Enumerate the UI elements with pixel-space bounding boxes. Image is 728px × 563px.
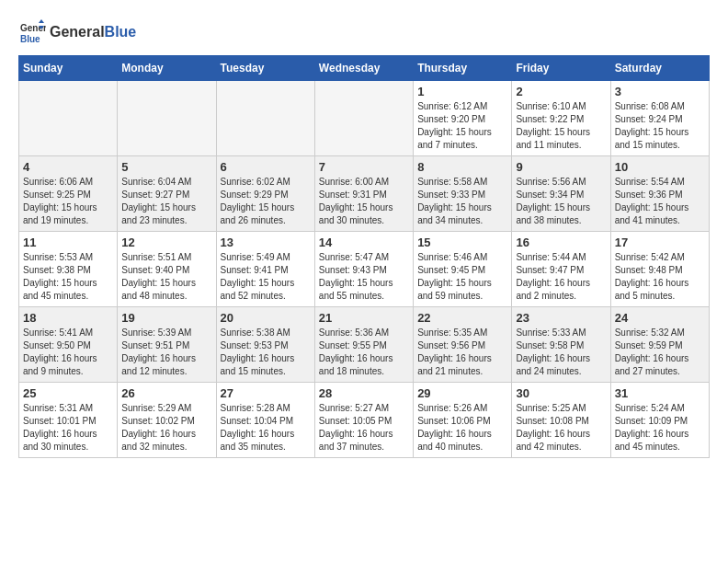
day-info: Sunrise: 6:12 AM Sunset: 9:20 PM Dayligh… xyxy=(417,100,507,152)
day-number: 11 xyxy=(23,236,113,249)
calendar-cell: 1Sunrise: 6:12 AM Sunset: 9:20 PM Daylig… xyxy=(414,81,512,156)
day-number: 27 xyxy=(221,386,311,400)
day-number: 10 xyxy=(615,160,705,174)
day-number: 5 xyxy=(121,160,211,174)
page-header: General Blue GeneralBlue xyxy=(18,18,710,46)
logo-blue: Blue xyxy=(105,24,137,40)
calendar-cell: 21Sunrise: 5:36 AM Sunset: 9:55 PM Dayli… xyxy=(314,307,413,383)
day-info: Sunrise: 6:06 AM Sunset: 9:25 PM Dayligh… xyxy=(23,176,113,227)
weekday-header-sunday: Sunday xyxy=(19,56,118,81)
day-number: 2 xyxy=(516,85,606,98)
calendar-cell xyxy=(216,81,314,156)
day-number: 3 xyxy=(615,85,705,98)
day-info: Sunrise: 6:10 AM Sunset: 9:22 PM Dayligh… xyxy=(516,100,606,152)
day-number: 25 xyxy=(23,386,113,400)
calendar-cell: 4Sunrise: 6:06 AM Sunset: 9:25 PM Daylig… xyxy=(19,156,118,232)
day-number: 24 xyxy=(615,311,705,325)
logo-icon: General Blue xyxy=(18,18,46,46)
calendar-cell: 3Sunrise: 6:08 AM Sunset: 9:24 PM Daylig… xyxy=(610,81,709,156)
day-info: Sunrise: 5:24 AM Sunset: 10:09 PM Daylig… xyxy=(615,402,705,454)
calendar-cell: 26Sunrise: 5:29 AM Sunset: 10:02 PM Dayl… xyxy=(118,383,216,458)
calendar-cell: 30Sunrise: 5:25 AM Sunset: 10:08 PM Dayl… xyxy=(512,383,610,458)
calendar-cell: 18Sunrise: 5:41 AM Sunset: 9:50 PM Dayli… xyxy=(19,307,118,383)
day-number: 31 xyxy=(615,386,705,400)
calendar-week-row: 11Sunrise: 5:53 AM Sunset: 9:38 PM Dayli… xyxy=(19,232,710,307)
day-info: Sunrise: 5:58 AM Sunset: 9:33 PM Dayligh… xyxy=(417,176,507,227)
calendar-cell: 7Sunrise: 6:00 AM Sunset: 9:31 PM Daylig… xyxy=(314,156,413,232)
day-number: 14 xyxy=(319,236,409,249)
day-number: 30 xyxy=(516,386,606,400)
day-info: Sunrise: 5:54 AM Sunset: 9:36 PM Dayligh… xyxy=(615,176,705,227)
day-info: Sunrise: 6:02 AM Sunset: 9:29 PM Dayligh… xyxy=(221,176,311,227)
calendar-cell: 6Sunrise: 6:02 AM Sunset: 9:29 PM Daylig… xyxy=(216,156,314,232)
svg-text:Blue: Blue xyxy=(20,34,40,44)
day-info: Sunrise: 5:27 AM Sunset: 10:05 PM Daylig… xyxy=(319,402,409,454)
calendar-cell xyxy=(314,81,413,156)
calendar-cell: 15Sunrise: 5:46 AM Sunset: 9:45 PM Dayli… xyxy=(414,232,512,307)
calendar-week-row: 1Sunrise: 6:12 AM Sunset: 9:20 PM Daylig… xyxy=(19,81,710,156)
day-number: 4 xyxy=(23,160,113,174)
day-number: 28 xyxy=(319,386,409,400)
day-number: 6 xyxy=(221,160,311,174)
day-number: 17 xyxy=(615,236,705,249)
day-info: Sunrise: 5:42 AM Sunset: 9:48 PM Dayligh… xyxy=(615,251,705,303)
calendar-cell xyxy=(118,81,216,156)
weekday-header-thursday: Thursday xyxy=(414,56,512,81)
day-number: 19 xyxy=(121,311,211,325)
day-info: Sunrise: 5:44 AM Sunset: 9:47 PM Dayligh… xyxy=(516,251,606,303)
weekday-header-row: SundayMondayTuesdayWednesdayThursdayFrid… xyxy=(19,56,710,81)
day-info: Sunrise: 5:47 AM Sunset: 9:43 PM Dayligh… xyxy=(319,251,409,303)
day-info: Sunrise: 6:00 AM Sunset: 9:31 PM Dayligh… xyxy=(319,176,409,227)
day-info: Sunrise: 5:36 AM Sunset: 9:55 PM Dayligh… xyxy=(319,327,409,378)
day-number: 8 xyxy=(417,160,507,174)
day-info: Sunrise: 5:56 AM Sunset: 9:34 PM Dayligh… xyxy=(516,176,606,227)
calendar-cell: 20Sunrise: 5:38 AM Sunset: 9:53 PM Dayli… xyxy=(216,307,314,383)
day-info: Sunrise: 5:25 AM Sunset: 10:08 PM Daylig… xyxy=(516,402,606,454)
day-number: 7 xyxy=(319,160,409,174)
calendar-cell: 2Sunrise: 6:10 AM Sunset: 9:22 PM Daylig… xyxy=(512,81,610,156)
day-info: Sunrise: 6:08 AM Sunset: 9:24 PM Dayligh… xyxy=(615,100,705,152)
weekday-header-wednesday: Wednesday xyxy=(314,56,413,81)
calendar-week-row: 25Sunrise: 5:31 AM Sunset: 10:01 PM Dayl… xyxy=(19,383,710,458)
calendar-cell: 13Sunrise: 5:49 AM Sunset: 9:41 PM Dayli… xyxy=(216,232,314,307)
day-number: 13 xyxy=(221,236,311,249)
day-info: Sunrise: 5:32 AM Sunset: 9:59 PM Dayligh… xyxy=(615,327,705,378)
calendar-cell: 16Sunrise: 5:44 AM Sunset: 9:47 PM Dayli… xyxy=(512,232,610,307)
calendar-table: SundayMondayTuesdayWednesdayThursdayFrid… xyxy=(18,55,710,458)
day-number: 20 xyxy=(221,311,311,325)
svg-marker-2 xyxy=(39,19,44,23)
calendar-cell: 10Sunrise: 5:54 AM Sunset: 9:36 PM Dayli… xyxy=(610,156,709,232)
day-number: 12 xyxy=(121,236,211,249)
day-number: 21 xyxy=(319,311,409,325)
weekday-header-friday: Friday xyxy=(512,56,610,81)
calendar-cell: 25Sunrise: 5:31 AM Sunset: 10:01 PM Dayl… xyxy=(19,383,118,458)
day-info: Sunrise: 5:53 AM Sunset: 9:38 PM Dayligh… xyxy=(23,251,113,303)
calendar-week-row: 4Sunrise: 6:06 AM Sunset: 9:25 PM Daylig… xyxy=(19,156,710,232)
calendar-cell: 29Sunrise: 5:26 AM Sunset: 10:06 PM Dayl… xyxy=(414,383,512,458)
calendar-cell: 17Sunrise: 5:42 AM Sunset: 9:48 PM Dayli… xyxy=(610,232,709,307)
day-info: Sunrise: 5:46 AM Sunset: 9:45 PM Dayligh… xyxy=(417,251,507,303)
calendar-cell: 24Sunrise: 5:32 AM Sunset: 9:59 PM Dayli… xyxy=(610,307,709,383)
day-number: 15 xyxy=(417,236,507,249)
calendar-cell: 14Sunrise: 5:47 AM Sunset: 9:43 PM Dayli… xyxy=(314,232,413,307)
calendar-cell: 11Sunrise: 5:53 AM Sunset: 9:38 PM Dayli… xyxy=(19,232,118,307)
day-number: 26 xyxy=(121,386,211,400)
weekday-header-monday: Monday xyxy=(118,56,216,81)
calendar-cell: 5Sunrise: 6:04 AM Sunset: 9:27 PM Daylig… xyxy=(118,156,216,232)
logo-general: General xyxy=(50,24,105,40)
day-info: Sunrise: 5:33 AM Sunset: 9:58 PM Dayligh… xyxy=(516,327,606,378)
calendar-cell: 23Sunrise: 5:33 AM Sunset: 9:58 PM Dayli… xyxy=(512,307,610,383)
day-info: Sunrise: 5:38 AM Sunset: 9:53 PM Dayligh… xyxy=(221,327,311,378)
calendar-cell xyxy=(19,81,118,156)
calendar-week-row: 18Sunrise: 5:41 AM Sunset: 9:50 PM Dayli… xyxy=(19,307,710,383)
calendar-cell: 28Sunrise: 5:27 AM Sunset: 10:05 PM Dayl… xyxy=(314,383,413,458)
day-info: Sunrise: 5:31 AM Sunset: 10:01 PM Daylig… xyxy=(23,402,113,454)
calendar-cell: 27Sunrise: 5:28 AM Sunset: 10:04 PM Dayl… xyxy=(216,383,314,458)
day-info: Sunrise: 5:28 AM Sunset: 10:04 PM Daylig… xyxy=(221,402,311,454)
day-info: Sunrise: 5:29 AM Sunset: 10:02 PM Daylig… xyxy=(121,402,211,454)
day-info: Sunrise: 5:49 AM Sunset: 9:41 PM Dayligh… xyxy=(221,251,311,303)
calendar-cell: 22Sunrise: 5:35 AM Sunset: 9:56 PM Dayli… xyxy=(414,307,512,383)
calendar-cell: 19Sunrise: 5:39 AM Sunset: 9:51 PM Dayli… xyxy=(118,307,216,383)
day-info: Sunrise: 6:04 AM Sunset: 9:27 PM Dayligh… xyxy=(121,176,211,227)
day-number: 23 xyxy=(516,311,606,325)
